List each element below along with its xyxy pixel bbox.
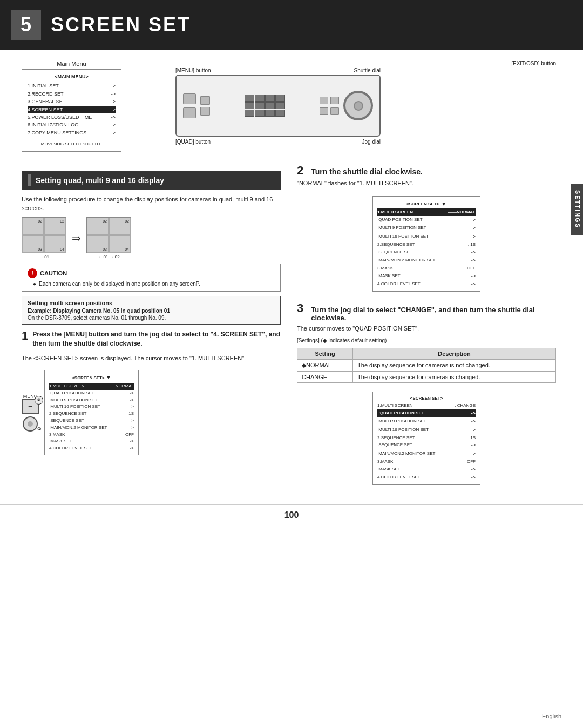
table-cell-change-desc: The display sequence for cameras is chan…: [353, 371, 556, 382]
two-column-layout: Setting quad, multi 9 and 16 display Use…: [22, 163, 556, 488]
menu-item-5: 5.POWER LOSS/USED TIME->: [28, 113, 116, 121]
device-btn-2: [183, 107, 196, 118]
rsm3-row-1: 1.MULTI SCREEN: CHANGE: [377, 402, 476, 409]
device-area: [EXIT/OSD] button [MENU] button Shuttle …: [143, 60, 556, 145]
rsm-row-m92: MULTI 9 POSITION SET->: [377, 224, 476, 232]
sm-row-maskset: MASK SET->: [49, 438, 134, 445]
sm-row-seq: 2.SEQUENCE SET1S: [49, 410, 134, 417]
menu-item-3: 3.GENERAL SET->: [28, 98, 116, 105]
table-cell-normal-setting: ◆NORMAL: [297, 359, 353, 371]
caution-icon: !: [28, 268, 37, 278]
sm-row-quad: QUAD POSITION SET->: [49, 390, 134, 397]
main-menu-area: Main Menu <MAIN MENU> 1.INITIAL SET-> 2.…: [22, 60, 121, 152]
step-2-heading: Turn the shuttle dial clockwise.: [311, 167, 423, 176]
sm-row-multi16: MULTI 16 POSITION SET->: [49, 403, 134, 410]
rsm-row-color2: 4.COLOR LEVEL SET->: [377, 280, 476, 288]
step-1: 1 Press the [MENU] button and turn the j…: [22, 330, 281, 348]
section-body-text: Use the following procedure to change th…: [22, 195, 281, 213]
cam-arrow: ⇒: [72, 232, 81, 245]
rsm-title-2: <SCREEN SET> ▼: [377, 199, 476, 208]
cam-grid-2: 02 02 03 04 ← 01 → 02: [86, 217, 131, 259]
step-1-body: The <SCREEN SET> screen is displayed. Th…: [22, 354, 281, 363]
caution-title: ! CAUTION: [28, 268, 275, 278]
rsm3-row-m9: MULTI 9 POSITION SET->: [377, 417, 476, 426]
step-2-area: 2 Turn the shuttle dial clockwise. "NORM…: [297, 165, 556, 188]
device-annotation-bottom: [QUAD] button Jog dial: [175, 139, 381, 145]
rsm-row-maskset2: MASK SET->: [377, 272, 476, 280]
left-column: Setting quad, multi 9 and 16 display Use…: [22, 163, 281, 488]
circled-2: ②: [35, 396, 43, 405]
top-diagram-area: Main Menu <MAIN MENU> 1.INITIAL SET-> 2.…: [22, 60, 556, 152]
rsm3-row-color: 4.COLOR LEVEL SET->: [377, 474, 476, 482]
page-title: SCREEN SET: [51, 14, 191, 36]
screen-menu-2: <SCREEN SET> ▼ 1.MULTI SCREEN——NORMAL QU…: [372, 196, 480, 292]
language-label: English: [542, 713, 561, 719]
rsm3-row-quad-highlighted: :QUAD POSITION SET->: [377, 409, 476, 417]
menu-item-2: 2.RECORD SET->: [28, 90, 116, 98]
step-3-num: 3: [297, 302, 303, 314]
device-diagram: [175, 75, 381, 137]
table-cell-change-setting: CHANGE: [297, 371, 353, 382]
table-header-setting: Setting: [297, 348, 353, 359]
screen-menu-3: <SCREEN SET> 1.MULTI SCREEN: CHANGE :QUA…: [372, 392, 480, 485]
menu-item-1: 1.INITIAL SET->: [28, 82, 116, 90]
section-heading-text: Setting quad, multi 9 and 16 display: [36, 176, 164, 185]
shuttle-label: Shuttle dial: [354, 68, 381, 73]
table-cell-normal-desc: The display sequence for cameras is not …: [353, 359, 556, 371]
device-btn-1: [183, 93, 196, 104]
settings-sidebar-label: SETTINGS: [571, 184, 583, 235]
caution-box: ! CAUTION ● Each camera can only be disp…: [22, 264, 281, 292]
settings-table: Setting Description ◆NORMAL The display …: [297, 348, 556, 383]
setting-box-body: On the DSR-3709, select cameras No. 01 t…: [28, 315, 275, 321]
sm-row-mask: 3.MASKOFF: [49, 432, 134, 439]
main-menu-title: <MAIN MENU>: [28, 73, 116, 80]
rsm3-row-seqset: SEQUENCE SET->: [377, 441, 476, 449]
cam-grid-1: 02 02 03 04 → 01: [22, 217, 66, 259]
rsm-row-1-highlighted: 1.MULTI SCREEN——NORMAL: [377, 208, 476, 216]
rsm-title-3: <SCREEN SET>: [377, 395, 476, 402]
screen-grid: [245, 95, 285, 117]
sm-row-highlighted: 1.MULTI SCREENNORMAL: [49, 383, 134, 390]
main-menu-footer: MOVE:JOG SELECT:SHUTTLE: [28, 139, 116, 148]
circled-1: ①: [37, 427, 41, 432]
step-3-area: 3 Turn the jog dial to select "CHANGE", …: [297, 302, 556, 333]
jog-dial-area: [343, 91, 373, 120]
step-1-num: 1: [22, 330, 28, 342]
rsm3-row-m16: MULTI 16 POSITION SET->: [377, 426, 476, 434]
settings-note: [Settings] (◆ indicates default setting): [297, 338, 556, 343]
menu-icon-area: MENU ☰ ② ①: [22, 394, 39, 432]
rsm3-row-mask: 3.MASK: OFF: [377, 458, 476, 466]
jog-label: Jog dial: [362, 139, 381, 145]
section-bar-icon: [28, 174, 31, 186]
menu-item-4-highlighted: 4.SCREEN SET->: [28, 106, 116, 113]
page-footer: 100: [0, 504, 583, 525]
rsm-row-m162: MULTI 16 POSITION SET->: [377, 233, 476, 241]
menu-item-7: 7.COPY MENU SETTINGS->: [28, 129, 116, 137]
section-heading: Setting quad, multi 9 and 16 display: [22, 171, 281, 190]
rsm3-row-maskset: MASK SET->: [377, 466, 476, 474]
sm-row-mon2: MAIN/MON.2 MONITOR SET->: [49, 424, 134, 432]
rsm-row-quad2: QUAD POSITION SET->: [377, 216, 476, 224]
step1-diagram: MENU ☰ ② ① <SCREEN SET> ▼: [22, 367, 281, 459]
setting-box-title: Setting multi screen positions: [28, 300, 275, 306]
device-right-side: [320, 97, 339, 115]
sm-title-1: <SCREEN SET> ▼: [49, 373, 134, 382]
setting-box-sub: Example: Displaying Camera No. 05 in qua…: [28, 308, 275, 314]
menu-btn-label: [MENU] button: [175, 68, 211, 73]
rsm3-row-mon2: MAIN/MON.2 MONITOR SET->: [377, 450, 476, 458]
main-content: Main Menu <MAIN MENU> 1.INITIAL SET-> 2.…: [0, 50, 583, 499]
device-screen-center: [214, 95, 315, 117]
quad-btn-label: [QUAD] button: [175, 139, 211, 145]
page-header: 5 SCREEN SET: [0, 0, 583, 50]
main-menu-box: <MAIN MENU> 1.INITIAL SET-> 2.RECORD SET…: [22, 69, 121, 152]
step-2-body: "NORMAL" flashes for "1. MULTI SCREEN".: [297, 179, 556, 188]
table-row-normal: ◆NORMAL The display sequence for cameras…: [297, 359, 556, 371]
jog-dial-circle: [343, 91, 373, 120]
main-menu-label: Main Menu: [57, 60, 86, 67]
rsm-row-mask2: 3.MASK: OFF: [377, 265, 476, 272]
rsm-row-seqset2: SEQUENCE SET->: [377, 248, 476, 257]
rsm-row-mon22: MAIN/MON.2 MONITOR SET->: [377, 257, 476, 265]
step-1-text: Press the [MENU] button and turn the jog…: [32, 330, 281, 348]
table-header-description: Description: [353, 348, 556, 359]
setting-multi-screen-box: Setting multi screen positions Example: …: [22, 296, 281, 325]
